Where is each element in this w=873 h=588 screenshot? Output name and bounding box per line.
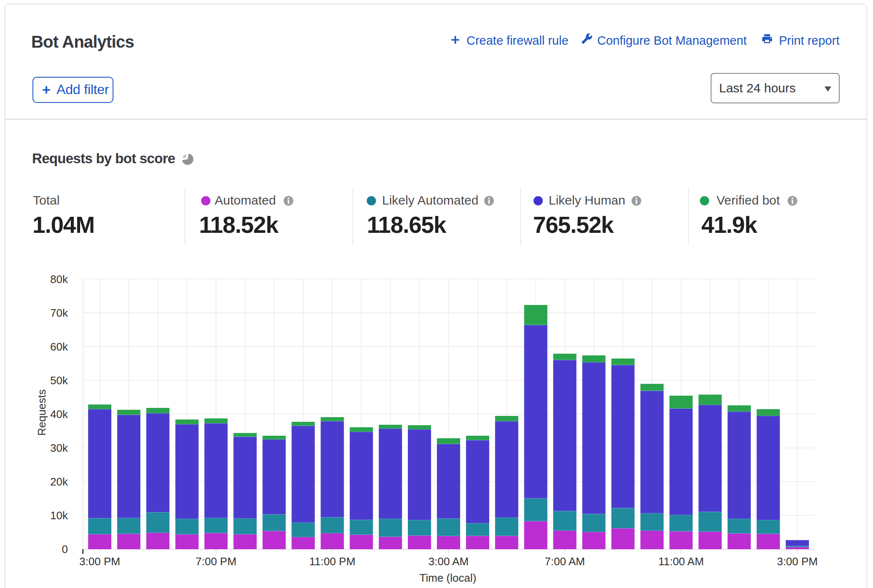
svg-text:3:00 PM: 3:00 PM [777, 555, 818, 568]
svg-text:70k: 70k [50, 307, 68, 319]
svg-text:0: 0 [62, 543, 68, 556]
svg-text:7:00 AM: 7:00 AM [544, 555, 585, 568]
svg-text:7:00 PM: 7:00 PM [196, 555, 237, 568]
svg-text:30k: 30k [50, 442, 68, 454]
svg-text:10k: 10k [50, 509, 68, 522]
svg-text:11:00 PM: 11:00 PM [309, 555, 355, 568]
svg-text:40k: 40k [50, 408, 68, 421]
svg-text:20k: 20k [50, 475, 68, 488]
svg-text:3:00 AM: 3:00 AM [428, 555, 469, 568]
svg-text:80k: 80k [50, 273, 68, 286]
svg-text:50k: 50k [50, 374, 68, 387]
svg-text:3:00 PM: 3:00 PM [79, 555, 120, 568]
svg-text:Requests: Requests [35, 389, 48, 436]
svg-text:Time (local): Time (local) [420, 572, 477, 584]
svg-text:60k: 60k [50, 340, 68, 353]
svg-text:11:00 AM: 11:00 AM [658, 555, 704, 568]
